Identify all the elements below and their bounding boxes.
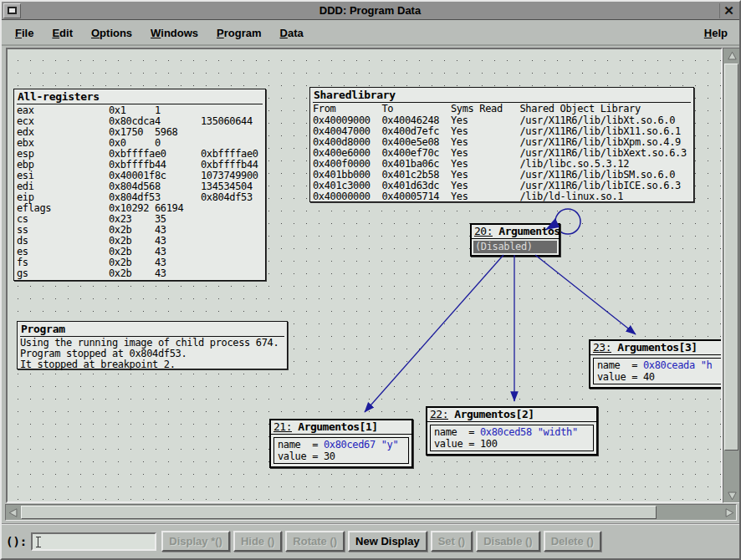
- field-name[interactable]: name = 0x80ced67 "y": [278, 439, 405, 451]
- scroll-down-button[interactable]: [724, 488, 739, 502]
- node-argumentos[interactable]: 20: Argumentos (Disabled): [470, 223, 560, 257]
- node-title: 23: Argumentos[3]: [590, 341, 723, 355]
- toolbar-separator: [2, 523, 739, 525]
- menu-program[interactable]: Program: [217, 27, 261, 39]
- argument-prompt-label: ():: [6, 535, 27, 548]
- menu-windows[interactable]: Windows: [151, 27, 198, 39]
- menubar: File Edit Options Windows Program Data H…: [2, 21, 739, 46]
- disable-button[interactable]: Disable (): [476, 531, 540, 552]
- scroll-left-icon: [8, 507, 19, 519]
- close-button[interactable]: ✕: [719, 3, 738, 18]
- node-title: 21: Argumentos[1]: [271, 420, 411, 435]
- value-box: name = 0x80ceada "h value = 40: [593, 358, 723, 384]
- value-box: name = 0x80ced58 "width" value = 100: [430, 425, 594, 451]
- node-argumentos-1[interactable]: 21: Argumentos[1] name = 0x80ced67 "y" v…: [269, 419, 413, 468]
- argument-input[interactable]: [31, 532, 156, 551]
- field-name[interactable]: name = 0x80ced58 "width": [434, 426, 590, 438]
- rotate-button[interactable]: Rotate (): [285, 531, 345, 552]
- menu-help[interactable]: Help: [704, 27, 728, 39]
- vertical-scrollbar[interactable]: [723, 48, 740, 503]
- argument-toolbar: (): Display *() Hide () Rotate () New Di…: [2, 526, 739, 557]
- scroll-left-button[interactable]: [6, 506, 20, 519]
- window-title: DDD: Program Data: [23, 4, 718, 17]
- scroll-down-icon: [726, 490, 738, 501]
- display-button[interactable]: Display *(): [161, 531, 230, 552]
- field-name[interactable]: name = 0x80ceada "h: [597, 359, 723, 371]
- set-button[interactable]: Set (): [431, 531, 473, 552]
- delete-button[interactable]: Delete (): [544, 531, 601, 552]
- scroll-up-icon: [726, 50, 738, 62]
- menu-data[interactable]: Data: [280, 27, 304, 39]
- text-caret: [36, 537, 41, 547]
- window-menu-icon[interactable]: [3, 3, 21, 18]
- node-argumentos-2[interactable]: 22: Argumentos[2] name = 0x80ced58 "widt…: [426, 406, 598, 456]
- window-menu-glyph: [8, 7, 17, 14]
- value-box: name = 0x80ced67 "y" value = 30: [273, 437, 409, 464]
- scroll-right-button[interactable]: [722, 506, 736, 519]
- vertical-scrollbar-thumb[interactable]: [724, 64, 738, 451]
- close-icon: ✕: [723, 3, 734, 18]
- field-value[interactable]: value = 100: [434, 438, 590, 450]
- field-value[interactable]: value = 30: [278, 451, 405, 462]
- node-argumentos-3[interactable]: 23: Argumentos[3] name = 0x80ceada "h va…: [589, 339, 723, 389]
- data-display-canvas[interactable]: All-registers eax 0x1 1 ecx 0x80cdca4 13…: [6, 48, 723, 503]
- scroll-right-icon: [723, 507, 735, 519]
- titlebar[interactable]: DDD: Program Data ✕: [2, 2, 739, 20]
- new-display-button[interactable]: New Display: [348, 531, 427, 552]
- node-title: 20: Argumentos: [472, 225, 559, 239]
- node-title: 22: Argumentos[2]: [427, 408, 596, 422]
- menu-options[interactable]: Options: [91, 27, 132, 39]
- horizontal-scrollbar-thumb[interactable]: [21, 506, 657, 519]
- menu-edit[interactable]: Edit: [52, 27, 73, 39]
- scroll-up-button[interactable]: [724, 48, 739, 63]
- field-value[interactable]: value = 40: [597, 371, 723, 383]
- node-status-disabled[interactable]: (Disabled): [473, 241, 557, 253]
- horizontal-scrollbar[interactable]: [5, 504, 737, 521]
- menu-file[interactable]: File: [15, 27, 33, 39]
- hide-button[interactable]: Hide (): [233, 531, 282, 552]
- ddd-program-data-window: DDD: Program Data ✕ File Edit Options Wi…: [0, 0, 741, 560]
